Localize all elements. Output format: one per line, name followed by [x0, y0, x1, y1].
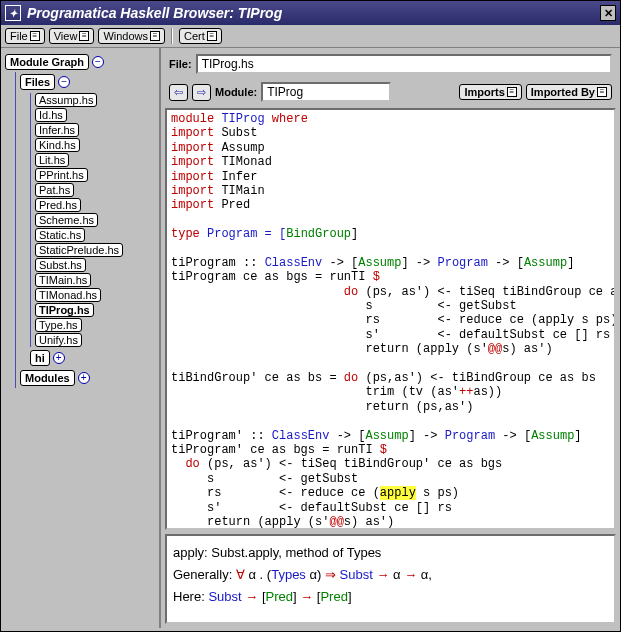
menubar: File≡ View≡ Windows≡ Cert≡ — [1, 25, 620, 48]
tree-toggle-icon[interactable]: + — [53, 352, 65, 364]
file-item[interactable]: TIMonad.hs — [35, 288, 101, 302]
file-item[interactable]: Lit.hs — [35, 153, 69, 167]
tree-module-graph[interactable]: Module Graph — [5, 54, 89, 70]
window-title: Programatica Haskell Browser: TIProg — [27, 5, 282, 21]
menu-cert[interactable]: Cert≡ — [179, 28, 222, 44]
app-icon: ✦ — [5, 5, 21, 21]
tree-toggle-icon[interactable]: − — [92, 56, 104, 68]
file-item[interactable]: Assump.hs — [35, 93, 97, 107]
code-view[interactable]: module TIProg where import Subst import … — [165, 108, 616, 530]
file-field[interactable]: TIProg.hs — [196, 54, 612, 74]
menu-marker-icon: ≡ — [150, 31, 160, 41]
tree-modules[interactable]: Modules — [20, 370, 75, 386]
file-item[interactable]: Id.hs — [35, 108, 67, 122]
menu-marker-icon: ≡ — [597, 87, 607, 97]
file-item[interactable]: Subst.hs — [35, 258, 86, 272]
menu-marker-icon: ≡ — [30, 31, 40, 41]
nav-forward-button[interactable]: ⇨ — [192, 84, 211, 101]
file-item[interactable]: Infer.hs — [35, 123, 79, 137]
info-symbol: apply — [173, 545, 204, 560]
menu-view[interactable]: View≡ — [49, 28, 95, 44]
main-panel: File: TIProg.hs ⇦ ⇨ Module: TIProg Impor… — [161, 48, 620, 628]
file-item[interactable]: StaticPrelude.hs — [35, 243, 123, 257]
module-bar: ⇦ ⇨ Module: TIProg Imports≡ Imported By≡ — [165, 80, 616, 104]
file-item[interactable]: Type.hs — [35, 318, 82, 332]
file-item[interactable]: PPrint.hs — [35, 168, 88, 182]
file-item[interactable]: Pat.hs — [35, 183, 74, 197]
menubar-separator — [171, 28, 173, 44]
tree-files[interactable]: Files — [20, 74, 55, 90]
menu-marker-icon: ≡ — [79, 31, 89, 41]
file-item[interactable]: Pred.hs — [35, 198, 81, 212]
file-bar: File: TIProg.hs — [165, 52, 616, 76]
file-item[interactable]: TIMain.hs — [35, 273, 91, 287]
file-item[interactable]: Static.hs — [35, 228, 85, 242]
menu-marker-icon: ≡ — [207, 31, 217, 41]
menu-marker-icon: ≡ — [507, 87, 517, 97]
menu-windows[interactable]: Windows≡ — [98, 28, 165, 44]
file-item[interactable]: Unify.hs — [35, 333, 82, 347]
sidebar: Module Graph − Files − Assump.hsId.hsInf… — [1, 48, 161, 628]
tree-label: Module Graph — [10, 56, 84, 68]
tree-toggle-icon[interactable]: − — [58, 76, 70, 88]
file-label: File: — [169, 58, 192, 70]
imports-button[interactable]: Imports≡ — [459, 84, 521, 100]
file-item[interactable]: TIProg.hs — [35, 303, 94, 317]
nav-back-button[interactable]: ⇦ — [169, 84, 188, 101]
menu-file[interactable]: File≡ — [5, 28, 45, 44]
file-item[interactable]: Kind.hs — [35, 138, 80, 152]
tree-label: Files — [25, 76, 50, 88]
highlighted-token[interactable]: apply — [380, 486, 416, 500]
tree-hi[interactable]: hi — [30, 350, 50, 366]
imported-by-button[interactable]: Imported By≡ — [526, 84, 612, 100]
titlebar: ✦ Programatica Haskell Browser: TIProg ✕ — [1, 1, 620, 25]
module-label: Module: — [215, 86, 257, 98]
tree-toggle-icon[interactable]: + — [78, 372, 90, 384]
close-button[interactable]: ✕ — [600, 5, 616, 21]
info-panel: apply: Subst.apply, method of Types Gene… — [165, 534, 616, 624]
module-field[interactable]: TIProg — [261, 82, 391, 102]
file-item[interactable]: Scheme.hs — [35, 213, 98, 227]
